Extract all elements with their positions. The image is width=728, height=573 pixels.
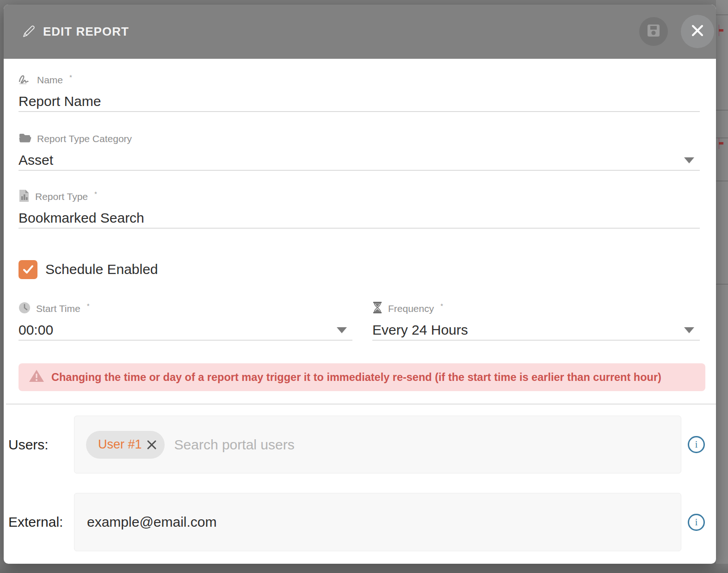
close-button[interactable] bbox=[681, 15, 714, 48]
pencil-icon bbox=[22, 24, 36, 40]
start-time-field-group: Start Time * 00:00 bbox=[19, 303, 352, 341]
schedule-settings-row: Start Time * 00:00 bbox=[19, 303, 700, 341]
category-label: Report Type Category bbox=[37, 133, 132, 144]
frequency-select[interactable]: Every 24 Hours bbox=[372, 320, 700, 341]
remove-x-icon bbox=[146, 439, 157, 450]
frequency-label: Frequency bbox=[388, 303, 434, 314]
schedule-enabled-label: Schedule Enabled bbox=[45, 262, 158, 277]
name-field-group: Name * bbox=[19, 74, 700, 112]
reschedule-warning-banner: Changing the time or day of a report may… bbox=[19, 363, 705, 391]
start-time-label: Start Time bbox=[36, 303, 80, 314]
report-type-label: Report Type bbox=[35, 191, 88, 202]
report-name-input[interactable] bbox=[19, 93, 700, 109]
report-type-value: Bookmarked Search bbox=[19, 210, 144, 226]
chevron-down-icon bbox=[684, 157, 694, 163]
remove-user-button[interactable] bbox=[146, 439, 157, 450]
frequency-field-group: Frequency * Every 24 Hours bbox=[372, 303, 700, 341]
required-asterisk: * bbox=[94, 190, 97, 198]
users-info-icon[interactable]: i bbox=[688, 436, 705, 453]
background-row-divider bbox=[716, 110, 728, 111]
search-portal-users-input[interactable] bbox=[173, 436, 582, 453]
category-select[interactable]: Asset bbox=[19, 150, 700, 171]
required-asterisk: * bbox=[69, 73, 72, 81]
required-asterisk: * bbox=[440, 302, 443, 310]
users-row: Users: User #1 i bbox=[4, 416, 716, 473]
background-page-strip: + + bbox=[716, 0, 728, 573]
start-time-value: 00:00 bbox=[19, 322, 53, 338]
background-row-divider bbox=[716, 14, 728, 15]
users-tag-box: User #1 bbox=[74, 416, 681, 473]
category-label-row: Report Type Category bbox=[19, 133, 700, 145]
external-info-icon[interactable]: i bbox=[688, 514, 705, 531]
external-email-input[interactable] bbox=[86, 514, 550, 530]
report-type-field-group: Report Type * Bookmarked Search bbox=[19, 191, 700, 229]
report-chart-icon bbox=[19, 189, 30, 205]
signature-icon bbox=[19, 74, 31, 87]
background-add-icon: + bbox=[719, 134, 728, 155]
save-button[interactable] bbox=[639, 17, 668, 46]
start-time-label-row: Start Time * bbox=[19, 303, 352, 315]
chevron-down-icon bbox=[337, 327, 347, 333]
section-divider bbox=[6, 404, 716, 405]
dimmed-backdrop: + + EDIT REPORT bbox=[0, 0, 728, 573]
warning-triangle-icon bbox=[29, 369, 44, 386]
category-field-group: Report Type Category Asset bbox=[19, 133, 700, 171]
external-row: External: i bbox=[4, 493, 716, 551]
external-email-box bbox=[74, 493, 681, 551]
frequency-value: Every 24 Hours bbox=[372, 322, 468, 338]
background-add-icon: + bbox=[719, 21, 728, 42]
chevron-down-icon bbox=[684, 327, 694, 333]
close-icon bbox=[689, 22, 706, 41]
clock-icon bbox=[19, 302, 31, 316]
background-row-divider bbox=[716, 181, 728, 181]
report-type-select[interactable]: Bookmarked Search bbox=[19, 208, 700, 229]
name-label: Name bbox=[37, 75, 63, 86]
backdrop-bottom-strip bbox=[0, 564, 728, 573]
edit-report-modal: EDIT REPORT bbox=[4, 5, 716, 564]
schedule-enabled-checkbox[interactable] bbox=[19, 260, 37, 279]
user-chip: User #1 bbox=[86, 431, 165, 459]
background-row-divider bbox=[716, 284, 728, 285]
required-asterisk: * bbox=[87, 302, 90, 310]
folder-icon bbox=[19, 133, 31, 145]
modal-header: EDIT REPORT bbox=[4, 5, 716, 59]
schedule-enabled-row: Schedule Enabled bbox=[19, 260, 700, 279]
warning-text: Changing the time or day of a report may… bbox=[51, 371, 661, 384]
category-value: Asset bbox=[19, 152, 53, 168]
name-label-row: Name * bbox=[19, 74, 700, 86]
report-name-field bbox=[19, 92, 700, 112]
external-label: External: bbox=[4, 514, 74, 530]
user-chip-label: User #1 bbox=[98, 437, 142, 452]
page-title: EDIT REPORT bbox=[43, 25, 129, 39]
checkmark-icon bbox=[22, 263, 35, 276]
hourglass-icon bbox=[372, 301, 383, 316]
report-type-label-row: Report Type * bbox=[19, 191, 700, 203]
frequency-label-row: Frequency * bbox=[372, 303, 700, 315]
users-label: Users: bbox=[4, 437, 74, 453]
save-icon bbox=[647, 24, 660, 39]
start-time-select[interactable]: 00:00 bbox=[19, 320, 352, 341]
